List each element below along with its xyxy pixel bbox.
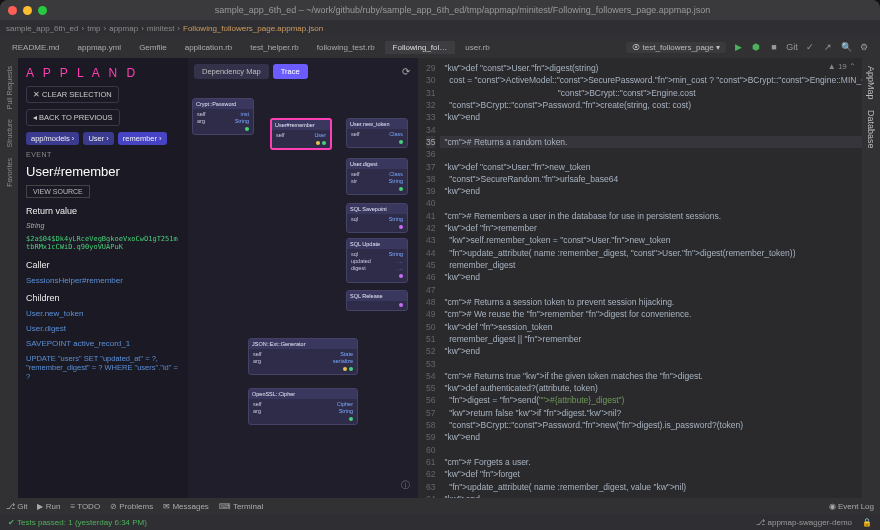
trace-node-selected[interactable]: User#remember selfUser xyxy=(270,118,332,150)
tool-git[interactable]: ⎇ Git xyxy=(6,502,27,511)
chip-path[interactable]: app/models › xyxy=(26,132,79,145)
trace-node[interactable]: SQL Release xyxy=(346,290,408,311)
info-icon[interactable]: ⓘ xyxy=(401,479,410,492)
trace-node[interactable]: JSON::Ext::Generator selfState argserial… xyxy=(248,338,358,375)
trace-node[interactable]: OpenSSL::Cipher selfCipher argString xyxy=(248,388,358,425)
view-source-button[interactable]: VIEW SOURCE xyxy=(26,185,90,198)
editor-tabs: README.md appmap.yml Gemfile application… xyxy=(0,36,880,58)
dependency-map-button[interactable]: Dependency Map xyxy=(194,64,269,79)
rail-favorites[interactable]: Favorites xyxy=(6,158,13,187)
status-bar: ✔ Tests passed: 1 (yesterday 6:34 PM) ⎇ … xyxy=(0,514,880,530)
left-tool-rail: Pull Requests Structure Favorites xyxy=(0,58,18,498)
child-link[interactable]: SAVEPOINT active_record_1 xyxy=(26,339,180,348)
refresh-icon[interactable]: ⟳ xyxy=(402,66,410,77)
tool-todo[interactable]: ≡ TODO xyxy=(70,502,100,511)
appland-panel: A P P L A N D ✕ CLEAR SELECTION ◂ BACK T… xyxy=(18,58,188,498)
bottom-toolbar: ⎇ Git ▶ Run ≡ TODO ⊘ Problems ✉ Messages… xyxy=(0,498,880,514)
rail-structure[interactable]: Structure xyxy=(6,119,13,147)
minimize-icon[interactable] xyxy=(23,6,32,15)
vcs-push-icon[interactable]: ↗ xyxy=(822,41,834,53)
tool-run[interactable]: ▶ Run xyxy=(37,502,60,511)
trace-button[interactable]: Trace xyxy=(273,64,308,79)
tab-application-rb[interactable]: application.rb xyxy=(177,41,241,54)
chip-method[interactable]: remember › xyxy=(118,132,167,145)
trace-node[interactable]: Crypt::Password selfinst argString xyxy=(192,98,254,135)
back-button[interactable]: ◂ BACK TO PREVIOUS xyxy=(26,109,120,126)
trace-node[interactable]: SQL Savepoint sqlString xyxy=(346,203,408,233)
tab-appmap-json[interactable]: Following_fol… xyxy=(385,41,456,54)
debug-icon[interactable]: ⬢ xyxy=(750,41,762,53)
lock-icon: 🔒 xyxy=(862,518,872,527)
vcs-update-icon[interactable]: ✓ xyxy=(804,41,816,53)
clear-selection-button[interactable]: ✕ CLEAR SELECTION xyxy=(26,86,119,103)
tab-following-test[interactable]: following_test.rb xyxy=(309,41,383,54)
children-heading: Children xyxy=(26,293,180,303)
tab-appmap-yml[interactable]: appmap.yml xyxy=(70,41,130,54)
tool-problems[interactable]: ⊘ Problems xyxy=(110,502,153,511)
child-link[interactable]: User.new_token xyxy=(26,309,180,318)
inspection-badge[interactable]: ▲ 19 ⌃ xyxy=(828,62,856,71)
window-title: sample_app_6th_ed – ~/work/github/ruby/s… xyxy=(53,5,872,15)
git-label[interactable]: Git xyxy=(786,41,798,53)
return-value-heading: Return value xyxy=(26,206,180,216)
zoom-icon[interactable] xyxy=(38,6,47,15)
event-log[interactable]: ◉ Event Log xyxy=(829,502,874,511)
tool-terminal[interactable]: ⌨ Terminal xyxy=(219,502,263,511)
tool-messages[interactable]: ✉ Messages xyxy=(163,502,209,511)
tab-user-rb[interactable]: user.rb xyxy=(457,41,497,54)
tab-gemfile[interactable]: Gemfile xyxy=(131,41,175,54)
run-icon[interactable]: ▶ xyxy=(732,41,744,53)
child-link[interactable]: UPDATE "users" SET "updated_at" = ?, "re… xyxy=(26,354,180,381)
gutter: 2930313233343536373839404142434445464748… xyxy=(418,58,440,498)
rail-pull-requests[interactable]: Pull Requests xyxy=(6,66,13,109)
child-link[interactable]: User.digest xyxy=(26,324,180,333)
caller-link[interactable]: SessionsHelper#remember xyxy=(26,276,180,285)
search-icon[interactable]: 🔍 xyxy=(840,41,852,53)
return-value: $2a$04$Dk4yLRceVegBgkoeVxoCwO1gT251mtbRM… xyxy=(26,235,180,252)
trace-node[interactable]: SQL Update sqlString updated… digest… xyxy=(346,238,408,283)
caller-heading: Caller xyxy=(26,260,180,270)
test-status: ✔ Tests passed: 1 (yesterday 6:34 PM) xyxy=(8,518,147,527)
trace-node[interactable]: User.new_token selfClass xyxy=(346,118,408,148)
git-branch[interactable]: ⎇ appmap-swagger-demo xyxy=(756,518,852,527)
tab-test-helper[interactable]: test_helper.rb xyxy=(242,41,306,54)
trace-view[interactable]: Dependency Map Trace ⟳ Crypt::Password s… xyxy=(188,58,418,498)
trace-node[interactable]: User.digest selfClass strString xyxy=(346,158,408,195)
breadcrumb: sample_app_6th_ed›tmp›appmap›minitest›Fo… xyxy=(0,20,880,36)
stop-icon[interactable]: ■ xyxy=(768,41,780,53)
source[interactable]: "kw">def "const">User."fn">digest(string… xyxy=(440,58,862,498)
chip-class[interactable]: User › xyxy=(83,132,113,145)
rail-database[interactable]: Database xyxy=(866,110,876,149)
event-title: User#remember xyxy=(26,164,180,179)
close-icon[interactable] xyxy=(8,6,17,15)
run-config-selector[interactable]: ⦿ test_followers_page ▾ xyxy=(626,42,726,53)
right-tool-rail: AppMap Database xyxy=(862,58,880,498)
return-value-type: String xyxy=(26,222,180,229)
window-titlebar: sample_app_6th_ed – ~/work/github/ruby/s… xyxy=(0,0,880,20)
tab-readme[interactable]: README.md xyxy=(4,41,68,54)
settings-icon[interactable]: ⚙ xyxy=(858,41,870,53)
code-editor[interactable]: 2930313233343536373839404142434445464748… xyxy=(418,58,862,498)
appland-logo: A P P L A N D xyxy=(26,66,180,80)
event-label: EVENT xyxy=(26,151,180,158)
rail-appmap[interactable]: AppMap xyxy=(866,66,876,100)
